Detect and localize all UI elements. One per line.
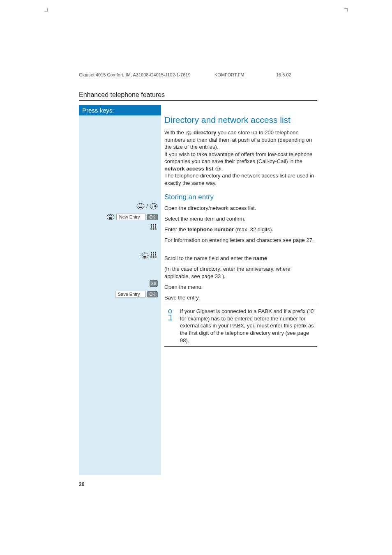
- intro-text-e: The telephone directory and the network …: [164, 173, 314, 186]
- svg-rect-15: [155, 226, 156, 228]
- slash: /: [146, 203, 148, 210]
- network-list-icon: [150, 202, 158, 210]
- key-row-save-entry: Save Entry OK: [81, 290, 159, 298]
- key-row-spacer-2: [81, 262, 159, 277]
- keypad-icon: [150, 224, 158, 231]
- svg-rect-33: [188, 133, 189, 134]
- svg-point-2: [138, 206, 138, 207]
- svg-rect-25: [155, 252, 156, 253]
- svg-point-38: [168, 310, 172, 313]
- svg-rect-13: [151, 226, 152, 228]
- menu-item-save-entry: Save Entry: [115, 291, 145, 297]
- key-steps: / New Entry OK: [81, 202, 159, 301]
- key-row-open-menu: [81, 279, 159, 288]
- intro-paragraph: With the directory you can store up to 2…: [164, 129, 317, 187]
- info-text: If your Gigaset is connected to a PABX a…: [180, 308, 317, 344]
- s3a: Enter the: [164, 226, 187, 233]
- intro-text-d: .: [221, 166, 223, 172]
- step-letters-info: For information on entering letters and …: [164, 237, 317, 251]
- svg-point-8: [108, 216, 108, 217]
- svg-point-5: [154, 205, 157, 207]
- menu-item-new-entry: New Entry: [116, 214, 145, 220]
- nav-down-icon: [136, 202, 145, 210]
- key-row-enter-number: [81, 223, 159, 232]
- nav-select-icon: [106, 213, 115, 221]
- doc-id: Gigaset 4015 Comfort, IM, A31008-G4015-J…: [79, 72, 214, 77]
- key-sequence-column: Press keys: / New Entry OK: [79, 105, 161, 475]
- svg-rect-29: [151, 256, 152, 258]
- running-header: Gigaset 4015 Comfort, IM, A31008-G4015-J…: [79, 72, 317, 77]
- nav-down-inline-icon: [185, 130, 192, 136]
- key-row-scroll-name: [81, 251, 159, 260]
- content-column: Directory and network access list With t…: [164, 105, 317, 347]
- network-list-inline-icon: [215, 166, 221, 172]
- svg-rect-12: [155, 224, 156, 226]
- page-number: 26: [79, 481, 84, 487]
- keypad-icon: [150, 252, 158, 259]
- nav-scroll-icon: [141, 251, 149, 260]
- heading-directory: Directory and network access list: [164, 115, 317, 125]
- s3b: telephone number: [187, 226, 234, 233]
- svg-point-21: [142, 255, 143, 256]
- s5b: name: [253, 255, 267, 261]
- press-keys-header: Press keys:: [79, 105, 161, 115]
- step-open-menu: Open the menu.: [164, 283, 317, 291]
- svg-point-37: [219, 168, 220, 170]
- step-open-list: Open the directory/network access list.: [164, 205, 317, 212]
- heading-storing: Storing an entry: [164, 193, 317, 201]
- svg-point-9: [113, 216, 113, 217]
- svg-rect-27: [153, 254, 154, 256]
- ok-softkey: OK: [147, 214, 158, 220]
- svg-rect-26: [151, 254, 152, 256]
- s3c: (max. 32 digits).: [234, 226, 273, 233]
- svg-rect-7: [109, 217, 112, 219]
- crop-mark: [44, 8, 48, 12]
- doc-date: 16.5.02: [276, 72, 317, 77]
- svg-rect-10: [151, 224, 152, 226]
- file-name: KOMFORT.FM: [214, 72, 276, 77]
- svg-rect-17: [153, 228, 154, 230]
- crop-mark: [344, 8, 348, 12]
- section-title: Enhanced telephone features: [79, 91, 165, 99]
- step-enter-number: Enter the telephone number (max. 32 digi…: [164, 226, 317, 233]
- svg-rect-14: [153, 226, 154, 228]
- svg-point-35: [190, 133, 191, 133]
- key-row-new-entry: New Entry OK: [81, 213, 159, 221]
- svg-point-34: [187, 133, 187, 133]
- svg-rect-1: [139, 207, 142, 208]
- s5a: Scroll to the name field and enter the: [164, 255, 253, 261]
- svg-point-3: [143, 206, 143, 207]
- section-rule: [79, 100, 317, 101]
- svg-rect-16: [151, 228, 152, 230]
- intro-nal-bold: network access list: [164, 166, 213, 172]
- svg-rect-31: [155, 256, 156, 258]
- info-box: If your Gigaset is connected to a PABX a…: [164, 305, 317, 347]
- key-row-open-list: /: [81, 202, 159, 210]
- menu-softkey-icon: [150, 280, 158, 287]
- svg-rect-18: [155, 228, 156, 230]
- svg-rect-24: [153, 252, 154, 253]
- ok-softkey: OK: [147, 291, 158, 297]
- svg-rect-20: [143, 256, 146, 258]
- intro-text-c: If you wish to take advantage of offers …: [164, 151, 312, 165]
- svg-rect-11: [153, 224, 154, 226]
- info-icon: [164, 308, 174, 344]
- step-select-item: Select the menu item and confirm.: [164, 215, 317, 223]
- svg-rect-23: [151, 252, 152, 253]
- intro-text-a: With the: [164, 129, 185, 136]
- key-row-spacer-1: [81, 234, 159, 249]
- step-anniversary: (In the case of directory: enter the ann…: [164, 265, 317, 280]
- step-scroll-name: Scroll to the name field and enter the n…: [164, 255, 317, 262]
- intro-directory-bold: directory: [194, 129, 217, 136]
- svg-rect-30: [153, 256, 154, 258]
- step-save-entry: Save the entry.: [164, 294, 317, 302]
- svg-rect-28: [155, 254, 156, 256]
- svg-point-22: [147, 255, 148, 256]
